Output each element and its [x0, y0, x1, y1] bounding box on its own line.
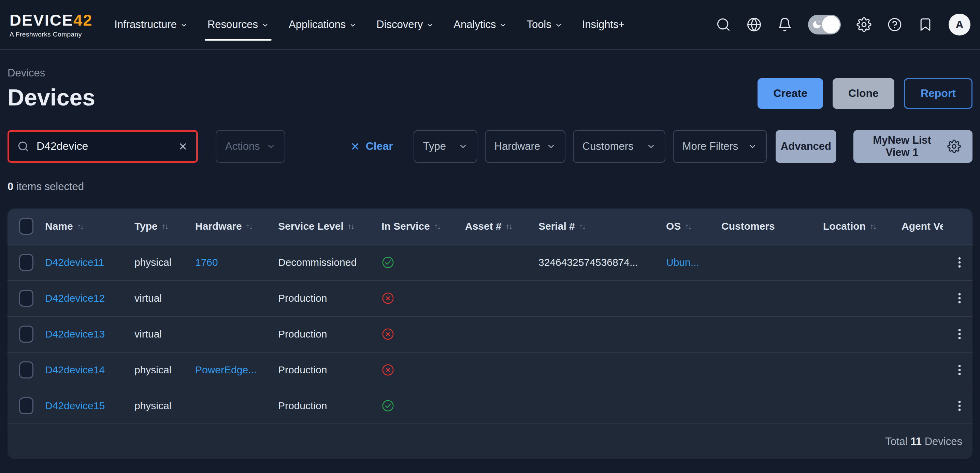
sort-icon[interactable]: ↑↓ — [162, 221, 168, 231]
name-link[interactable]: D42device11 — [45, 256, 104, 268]
column-header-os[interactable]: OS↑↓ — [666, 220, 721, 232]
devices-table: Name↑↓Type↑↓Hardware↑↓Service Level↑↓In … — [8, 209, 972, 459]
avatar-letter: A — [955, 18, 963, 31]
column-header-label: In Service — [382, 220, 430, 232]
clone-button[interactable]: Clone — [833, 78, 894, 109]
cell-service_level: Decommissioned — [278, 256, 356, 268]
cell-type: virtual — [134, 293, 195, 304]
device42-logo[interactable]: DEVICE42 A Freshworks Company — [10, 12, 92, 38]
cell-type: physical — [134, 256, 171, 268]
column-header-asset[interactable]: Asset #↑↓ — [465, 220, 538, 232]
selected-label: items selected — [16, 180, 84, 193]
theme-toggle[interactable] — [808, 15, 841, 35]
column-header-label: Hardware — [195, 220, 242, 232]
column-header-type[interactable]: Type↑↓ — [134, 220, 195, 232]
row-menu-kebab-icon[interactable] — [953, 363, 966, 377]
column-header-in_service[interactable]: In Service↑↓ — [382, 220, 465, 232]
row-checkbox-cell — [8, 326, 45, 342]
hardware-link[interactable]: PowerEdge... — [195, 364, 256, 376]
globe-icon[interactable] — [746, 17, 762, 32]
row-checkbox[interactable] — [19, 254, 33, 271]
name-link[interactable]: D42device13 — [45, 328, 105, 340]
top-navbar: DEVICE42 A Freshworks Company Infrastruc… — [0, 0, 980, 50]
nav-item-tools[interactable]: Tools — [527, 0, 562, 49]
row-menu-kebab-icon[interactable] — [953, 256, 966, 269]
chevron-down-icon — [499, 21, 507, 29]
cell-serial: 3246432574536874... — [538, 256, 638, 268]
gear-icon[interactable] — [856, 17, 872, 32]
avatar[interactable]: A — [948, 14, 970, 35]
name-link[interactable]: D42device15 — [45, 400, 105, 412]
view-settings-gear-icon[interactable] — [947, 140, 961, 153]
name-link[interactable]: D42device14 — [45, 364, 105, 376]
column-header-serial[interactable]: Serial #↑↓ — [538, 220, 666, 232]
help-icon[interactable] — [887, 17, 902, 32]
clear-filters-button[interactable]: Clear — [350, 140, 393, 153]
report-button[interactable]: Report — [904, 78, 972, 109]
select-all-checkbox[interactable] — [19, 218, 33, 235]
list-view-button[interactable]: MyNew List View 1 — [853, 130, 972, 163]
sort-icon[interactable]: ↑↓ — [506, 221, 512, 231]
nav-item-applications[interactable]: Applications — [289, 0, 356, 49]
cell-os: Ubun... — [666, 256, 721, 268]
row-checkbox[interactable] — [19, 362, 33, 379]
more-filters-filter-dropdown[interactable]: More Filters — [673, 130, 767, 163]
row-menu-kebab-icon[interactable] — [953, 327, 966, 341]
sort-icon[interactable]: ↑↓ — [246, 221, 252, 231]
sort-icon[interactable]: ↑↓ — [434, 221, 440, 231]
clear-search-icon[interactable] — [178, 141, 188, 151]
nav-item-insights[interactable]: Insights+ — [582, 0, 625, 49]
column-header-agent[interactable]: Agent Vers — [902, 220, 953, 232]
table-row: D42device14physicalPowerEdge...Productio… — [8, 352, 972, 388]
cell-type: virtual — [134, 293, 162, 304]
nav-item-discovery[interactable]: Discovery — [376, 0, 434, 49]
actions-dropdown[interactable]: Actions — [216, 130, 285, 163]
row-checkbox[interactable] — [19, 290, 33, 307]
nav-item-infrastructure[interactable]: Infrastructure — [114, 0, 188, 49]
sort-icon[interactable]: ↑↓ — [348, 221, 354, 231]
column-header-name[interactable]: Name↑↓ — [45, 220, 134, 232]
row-menu-kebab-icon[interactable] — [953, 399, 966, 412]
column-header-customers[interactable]: Customers — [721, 220, 823, 232]
os-link[interactable]: Ubun... — [666, 256, 699, 268]
column-header-service_level[interactable]: Service Level↑↓ — [278, 220, 382, 232]
in-service-yes-icon — [382, 399, 465, 412]
row-checkbox[interactable] — [19, 397, 33, 414]
device-search-box[interactable] — [8, 130, 198, 163]
search-input[interactable] — [36, 140, 171, 153]
advanced-button[interactable]: Advanced — [776, 130, 836, 163]
create-button[interactable]: Create — [757, 78, 823, 109]
nav-item-label: Insights+ — [582, 18, 625, 31]
check-circle-icon — [382, 256, 395, 269]
bookmark-icon[interactable] — [918, 17, 933, 32]
customers-filter-dropdown[interactable]: Customers — [573, 130, 665, 163]
page-action-buttons: Create Clone Report — [757, 78, 972, 110]
column-header-label: Location — [823, 220, 866, 232]
sort-icon[interactable]: ↑↓ — [579, 221, 585, 231]
cell-hardware: PowerEdge... — [195, 364, 278, 376]
nav-item-analytics[interactable]: Analytics — [453, 0, 507, 49]
name-link[interactable]: D42device12 — [45, 293, 105, 304]
column-header-label: Serial # — [538, 220, 575, 232]
hardware-filter-dropdown[interactable]: Hardware — [485, 130, 565, 163]
type-filter-dropdown[interactable]: Type — [414, 130, 477, 163]
chevron-down-icon — [458, 142, 468, 151]
sort-icon[interactable]: ↑↓ — [685, 221, 691, 231]
primary-nav: InfrastructureResourcesApplicationsDisco… — [114, 0, 624, 49]
total-suffix: Devices — [925, 435, 962, 448]
row-menu-kebab-icon[interactable] — [953, 291, 966, 305]
nav-item-resources[interactable]: Resources — [207, 0, 269, 49]
cell-service_level: Production — [278, 364, 327, 376]
sort-icon[interactable]: ↑↓ — [77, 221, 83, 231]
toggle-knob[interactable] — [822, 16, 840, 33]
hardware-link[interactable]: 1760 — [195, 256, 218, 268]
search-icon[interactable] — [716, 17, 731, 32]
sort-icon[interactable]: ↑↓ — [870, 221, 876, 231]
row-checkbox[interactable] — [19, 326, 33, 342]
column-header-location[interactable]: Location↑↓ — [823, 220, 902, 232]
column-header-hardware[interactable]: Hardware↑↓ — [195, 220, 278, 232]
total-prefix: Total — [885, 435, 907, 448]
bell-icon[interactable] — [777, 17, 792, 32]
table-row: D42device13virtualProduction — [8, 316, 972, 352]
selection-status: 0 items selected — [8, 180, 972, 193]
